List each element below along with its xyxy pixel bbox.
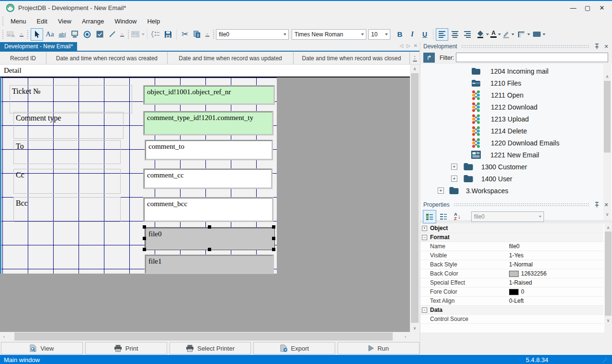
italic-button[interactable]: I <box>407 29 418 40</box>
save-button[interactable] <box>162 29 174 40</box>
pin-icon[interactable] <box>593 202 601 208</box>
close-button[interactable]: ✕ <box>595 2 609 13</box>
scroll-up-icon[interactable]: ∧ <box>410 65 419 73</box>
property-row-back-style[interactable]: Back Style 1-Normal <box>420 260 603 269</box>
border-style-button[interactable] <box>518 29 530 40</box>
label-tool-button[interactable]: Aa <box>44 29 56 40</box>
menubar-grip[interactable] <box>1 16 4 26</box>
collapse-icon[interactable]: − <box>422 235 427 240</box>
tree-item-1211[interactable]: 1211 Open <box>472 89 523 101</box>
categorized-view-button[interactable] <box>423 210 436 223</box>
tree-item-1400[interactable]: + 1400 User <box>451 173 512 185</box>
designer-vertical-scrollbar[interactable]: ∧ ∨ <box>410 65 419 332</box>
label-ticket-no[interactable]: Ticket № <box>10 85 132 113</box>
menu-item-help[interactable]: Help <box>142 16 165 26</box>
scroll-down-icon[interactable]: ∨ <box>604 317 612 324</box>
cut-button[interactable]: ✂ <box>179 29 191 40</box>
label-bcc[interactable]: Bcc <box>13 197 121 222</box>
selection-handle[interactable] <box>272 248 275 251</box>
property-row-special-effect[interactable]: Special Effect 1-Raised <box>420 278 603 287</box>
fill-color-button[interactable] <box>476 29 489 40</box>
font-size-combo[interactable]: 10 <box>368 29 390 40</box>
bold-button[interactable]: B <box>394 29 406 40</box>
object-selector-combo[interactable]: file0 <box>216 29 289 40</box>
tab-scroll-left-icon[interactable]: ◁ <box>399 43 403 48</box>
insert-picture-button[interactable] <box>6 29 17 40</box>
filter-input[interactable] <box>456 53 608 62</box>
scrollbar-thumb[interactable] <box>604 81 611 153</box>
field-comment-bcc[interactable]: comment_bcc <box>144 198 273 221</box>
select-printer-button[interactable]: Select Printer <box>170 342 251 354</box>
scroll-left-icon[interactable]: ‹ <box>0 332 8 341</box>
font-family-combo[interactable]: Times New Roman <box>292 29 366 40</box>
properties-vertical-scrollbar[interactable]: ∧ ∨ <box>604 224 612 332</box>
overflow-chevron-icon[interactable]: ⌄▬ <box>120 32 124 37</box>
copy-button[interactable] <box>192 29 203 40</box>
properties-panel-header[interactable]: Properties ✕ <box>420 200 612 209</box>
tree-item-1220[interactable]: 1220 Download Emails <box>472 137 559 149</box>
alphabetic-view-button[interactable] <box>437 210 450 223</box>
menu-item-arrange[interactable]: Arrange <box>77 16 109 26</box>
align-right-button[interactable] <box>462 29 473 40</box>
font-color-button[interactable]: A <box>490 29 501 40</box>
field-comment-type[interactable]: comment_type_id!1201.comment_ty <box>144 111 273 135</box>
checkbox-tool-button[interactable] <box>94 29 105 40</box>
property-row-control-source[interactable]: Control Source <box>420 315 603 324</box>
view-button[interactable]: View <box>1 342 83 354</box>
property-row-fore-color[interactable]: Fore Color 0 <box>420 287 603 297</box>
toolbar-grip[interactable] <box>127 29 129 40</box>
column-header-updated[interactable]: Date and time when record was updated <box>168 52 294 64</box>
scrollbar-thumb[interactable] <box>14 332 393 341</box>
minimize-button[interactable]: — <box>566 2 580 13</box>
selection-handle[interactable] <box>272 225 275 229</box>
column-header-record-id[interactable]: Record ID <box>0 52 46 64</box>
pin-icon[interactable] <box>593 44 601 49</box>
radio-tool-button[interactable] <box>81 29 93 40</box>
scrollbar-thumb[interactable] <box>411 73 419 323</box>
tree-item-1213[interactable]: 1213 Upload <box>472 113 529 125</box>
collapse-icon[interactable]: − <box>422 308 427 313</box>
column-header-closed[interactable]: Date and time when record was closed <box>294 52 410 64</box>
menu-item-edit[interactable]: Edit <box>32 16 53 26</box>
scroll-up-icon[interactable]: ∧ <box>603 73 611 80</box>
menu-item-menu[interactable]: Menu <box>5 16 32 26</box>
property-row-text-align[interactable]: Text Align 0-Left <box>420 297 603 306</box>
selection-handle[interactable] <box>272 237 275 240</box>
shape-fill-button[interactable] <box>533 29 545 40</box>
locate-object-button[interactable]: ↱ <box>423 53 435 63</box>
detail-band-header[interactable]: Detail <box>0 65 410 77</box>
scroll-up-icon[interactable]: ∧ <box>604 224 612 231</box>
expand-icon[interactable]: + <box>451 176 457 182</box>
align-center-button[interactable] <box>449 29 461 40</box>
outline-view-button[interactable] <box>150 29 161 40</box>
selection-handle[interactable] <box>208 248 211 251</box>
expand-icon[interactable]: + <box>451 164 457 170</box>
property-row-name[interactable]: Name file0 <box>420 242 603 251</box>
export-button[interactable]: Export <box>253 342 335 354</box>
property-category-format[interactable]: − Format <box>420 233 603 242</box>
column-header-created[interactable]: Date and time when record was created <box>46 52 168 64</box>
property-row-visible[interactable]: Visible 1-Yes <box>420 251 603 260</box>
tab-scroll-right-icon[interactable]: ▷ <box>407 43 410 48</box>
label-cc[interactable]: Cc <box>13 169 121 194</box>
label-comment-type[interactable]: Comment type <box>13 112 124 139</box>
selection-handle[interactable] <box>143 237 146 240</box>
field-comment-to[interactable]: comment_to <box>145 140 272 160</box>
tree-vertical-scrollbar[interactable]: ∧ ∨ <box>603 64 611 220</box>
sort-az-button[interactable]: AZ ↓ <box>451 210 464 223</box>
print-button[interactable]: Print <box>85 342 167 354</box>
underline-button[interactable]: U <box>419 29 431 40</box>
card-view-button[interactable] <box>131 29 145 40</box>
label-to[interactable]: To <box>13 140 121 164</box>
panel-close-icon[interactable]: ✕ <box>602 202 610 208</box>
tree-item-1214[interactable]: 1214 Delete <box>472 125 527 137</box>
textbox-tool-button[interactable]: ab| <box>57 29 68 40</box>
tree-item-1210[interactable]: 1210 Files <box>471 77 521 89</box>
menu-item-window[interactable]: Window <box>109 16 142 26</box>
property-row-back-color[interactable]: Back Color 12632256 <box>420 269 603 278</box>
tab-development-new-email[interactable]: Development - New Email* <box>0 42 77 51</box>
select-tool-button[interactable] <box>31 28 43 41</box>
selection-handle[interactable] <box>143 225 146 229</box>
tree-item-1204[interactable]: 1204 Incoming mail <box>471 65 548 77</box>
selection-handle[interactable] <box>208 225 211 229</box>
